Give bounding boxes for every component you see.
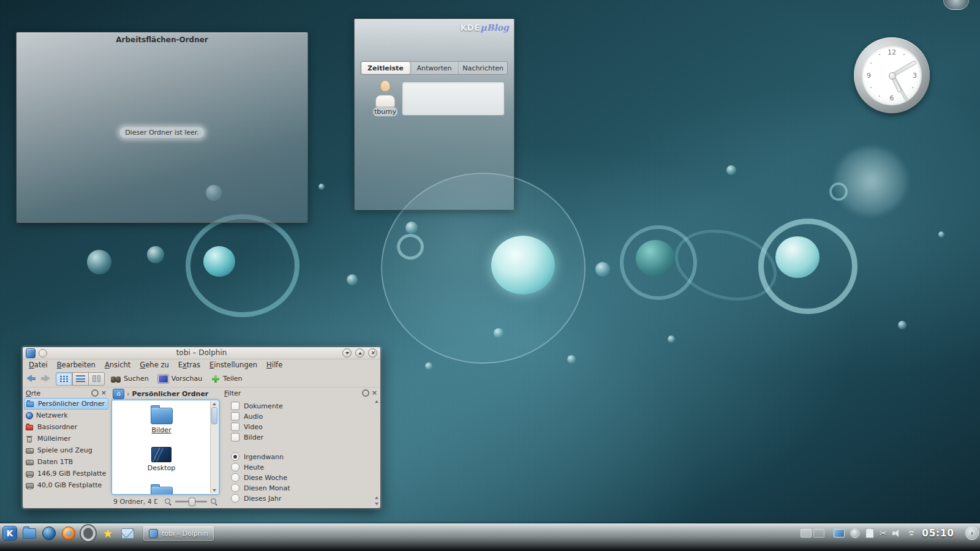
checkbox[interactable] (231, 412, 239, 421)
file-item[interactable]: Desktop (112, 443, 211, 472)
panel-close-icon[interactable]: × (101, 390, 107, 396)
share-button[interactable]: Teilen (208, 372, 245, 386)
favorites-launcher[interactable]: ★ (100, 526, 115, 541)
digital-clock[interactable]: 05:10 (922, 528, 954, 539)
file-manager-launcher[interactable] (22, 526, 37, 541)
microblog-tab[interactable]: Nachrichten (459, 62, 507, 74)
pager-desktop-1[interactable] (801, 529, 812, 538)
wallpaper-bubble (668, 335, 675, 343)
status-update-input[interactable] (402, 81, 505, 116)
title-bar[interactable]: tobi – Dolphin × (23, 347, 380, 359)
minimize-button[interactable] (342, 348, 352, 358)
wallpaper-bubble (829, 182, 848, 201)
pager-desktop-2[interactable] (813, 529, 824, 538)
menu-hilfe[interactable]: Hilfe (266, 361, 282, 369)
zoom-slider-handle[interactable] (189, 498, 195, 506)
filter-checkbox-row[interactable]: Audio (231, 412, 379, 421)
place-item[interactable]: Daten 1TB (24, 456, 108, 468)
firefox-launcher[interactable] (61, 526, 76, 541)
scroll-up-icon[interactable] (375, 400, 379, 403)
analog-clock-widget[interactable]: 12 3 6 9 (854, 37, 930, 113)
file-item[interactable]: Bilder (112, 405, 211, 434)
forward-button[interactable] (40, 375, 50, 383)
status-bar: 9 Ordner, 4 Dateien (111, 495, 220, 508)
filter-scrollbar[interactable] (373, 399, 380, 507)
place-item[interactable]: Basisordner (24, 421, 108, 433)
volume-icon[interactable] (892, 529, 901, 538)
clipboard-icon[interactable] (865, 528, 874, 538)
scroll-down-icon[interactable] (213, 489, 216, 492)
radio-button[interactable] (231, 494, 239, 503)
zoom-in-icon[interactable] (211, 498, 217, 505)
filter-checkbox-row[interactable]: Dokumente (231, 402, 379, 410)
place-item[interactable]: Netzwerk (24, 410, 108, 421)
back-button[interactable] (26, 375, 37, 383)
panel-toolbox-cashew[interactable]: › (965, 527, 979, 540)
clock-tick (879, 96, 880, 97)
microblog-tab[interactable]: Antworten (410, 62, 459, 74)
system-tray: ✂ 05:10 (801, 525, 954, 541)
filter-radio-row[interactable]: Diese Woche (231, 473, 379, 482)
menu-datei[interactable]: Datei (29, 361, 48, 369)
mail-launcher[interactable] (120, 526, 135, 541)
checkbox[interactable] (231, 433, 239, 441)
filter-radio-row[interactable]: Heute (231, 463, 379, 471)
file-view[interactable]: BilderDesktop (111, 400, 219, 495)
maximize-button[interactable] (355, 348, 364, 358)
microblog-widget[interactable]: KDEµBlog ZeitleisteAntwortenNachrichten … (354, 18, 514, 210)
scissors-icon[interactable]: ✂ (880, 529, 888, 538)
scroll-up-icon[interactable] (375, 497, 379, 499)
menu-gehe-zu[interactable]: Gehe zu (140, 361, 168, 369)
details-view-button[interactable] (72, 372, 89, 386)
system-settings-launcher[interactable] (81, 526, 96, 541)
browser-globe-launcher[interactable] (42, 526, 56, 541)
filter-checkbox-row[interactable]: Bilder (231, 433, 379, 441)
zoom-out-icon[interactable] (165, 498, 172, 505)
place-item[interactable]: 40,0 GiB Festplatte (24, 479, 108, 491)
radio-button[interactable] (231, 452, 239, 461)
place-item[interactable]: Mülleimer (24, 433, 108, 444)
close-button[interactable]: × (368, 348, 377, 358)
filter-checkbox-row[interactable]: Video (231, 422, 379, 431)
folder-icon (151, 408, 173, 424)
microblog-tab[interactable]: Zeitleiste (361, 62, 410, 74)
panel-settings-icon[interactable] (91, 389, 99, 397)
radio-button[interactable] (231, 463, 239, 471)
menu-bearbeiten[interactable]: Bearbeiten (57, 361, 96, 369)
radio-button[interactable] (231, 473, 239, 482)
folder-view-widget[interactable]: Arbeitsflächen-Ordner Dieser Ordner ist … (16, 32, 308, 223)
place-item[interactable]: Persönlicher Ordner (24, 398, 108, 410)
scrollbar-handle[interactable] (211, 407, 217, 424)
file-item[interactable] (112, 484, 211, 495)
panel-settings-icon[interactable] (362, 389, 369, 397)
display-icon[interactable] (834, 529, 845, 538)
menu-extras[interactable]: Extras (178, 361, 200, 369)
search-button[interactable]: Suchen (108, 372, 152, 386)
zoom-slider[interactable] (175, 497, 207, 506)
menu-einstellungen[interactable]: Einstellungen (209, 361, 257, 369)
preview-button[interactable]: Vorschau (155, 372, 205, 386)
panel-close-icon[interactable]: × (372, 390, 377, 396)
scroll-up-icon[interactable] (213, 403, 216, 405)
kickoff-menu-button[interactable]: K (2, 526, 17, 541)
columns-view-button[interactable] (89, 372, 105, 386)
wifi-icon[interactable] (907, 530, 916, 538)
file-view-scrollbar[interactable] (210, 401, 218, 493)
device-notifier-icon[interactable] (850, 528, 860, 538)
place-item[interactable]: 146,9 GiB Festplatte (24, 468, 108, 479)
filter-label: Heute (244, 463, 264, 471)
radio-button[interactable] (231, 484, 239, 492)
filter-radio-row[interactable]: Irgendwann (231, 452, 379, 461)
place-item[interactable]: Spiele und Zeug (24, 444, 108, 456)
icons-view-button[interactable] (56, 372, 72, 386)
user-avatar-icon[interactable] (373, 80, 398, 107)
filter-radio-row[interactable]: Dieses Jahr (231, 494, 379, 503)
menu-ansicht[interactable]: Ansicht (105, 361, 130, 369)
filter-radio-row[interactable]: Diesen Monat (231, 484, 379, 492)
checkbox[interactable] (231, 402, 239, 410)
taskbar-task-dolphin[interactable]: tobi – Dolphin (143, 526, 214, 541)
checkbox[interactable] (231, 422, 239, 431)
desktop-pager[interactable] (801, 529, 824, 538)
scroll-down-icon[interactable] (375, 503, 379, 505)
home-breadcrumb-button[interactable]: ⌂ (113, 389, 124, 399)
